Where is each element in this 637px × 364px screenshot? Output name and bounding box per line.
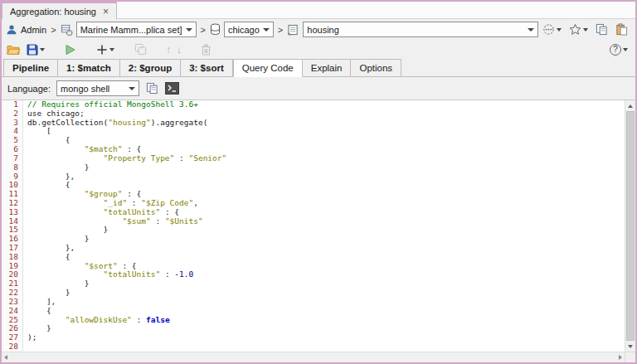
scroll-down-button[interactable] [625, 341, 635, 352]
code-line[interactable]: 17 }, [2, 244, 625, 253]
code-line[interactable]: 27); [2, 333, 625, 342]
scrollbar-thumb[interactable] [626, 111, 635, 341]
tab-3-sort[interactable]: 3: $sort [181, 59, 233, 77]
actions-toolbar: ↑ ↓ ? [2, 40, 635, 59]
code-line[interactable]: 1// Requires official MongoShell 3.6+ [2, 100, 625, 109]
query-code-editor: 1// Requires official MongoShell 3.6+2us… [2, 100, 635, 362]
help-button[interactable]: ? [609, 43, 629, 56]
database-icon [210, 23, 221, 36]
move-down-button[interactable]: ↓ [177, 44, 182, 55]
scroll-up-button[interactable] [625, 100, 635, 111]
database-dropdown[interactable]: chicago [224, 22, 274, 37]
code-line[interactable]: 8 } [2, 163, 625, 172]
doc-tab-label: Aggregation: housing [10, 7, 96, 17]
scroll-down-icon [628, 345, 633, 348]
delete-stage-button[interactable] [200, 43, 212, 56]
collection-combobox[interactable]: housing [303, 22, 538, 37]
code-line[interactable]: 25 "allowDiskUse" : false [2, 316, 625, 325]
tab-2-group[interactable]: 2: $group [120, 59, 181, 77]
chevron-down-icon [528, 28, 534, 32]
chevron-down-icon [623, 48, 628, 51]
code-line[interactable]: 4 [ [2, 127, 625, 136]
pipeline-tabbar: Pipeline1: $match2: $group3: $sortQuery … [2, 59, 635, 77]
code-line[interactable]: 26 } [2, 324, 625, 333]
actions-toolbar-right: ? [609, 43, 631, 56]
code-line[interactable]: 22 } [2, 289, 625, 298]
line-number: 3 [2, 119, 23, 128]
line-number: 6 [2, 145, 23, 154]
scroll-up-icon [628, 104, 633, 108]
code-line[interactable]: 15 } [2, 226, 625, 235]
chevron-down-icon [129, 87, 135, 90]
code-line[interactable]: 21 } [2, 279, 625, 289]
code-line[interactable]: 28 [2, 342, 625, 352]
user-label: Admin [21, 25, 46, 35]
scroll-left-icon[interactable] [4, 355, 7, 360]
code-line[interactable]: 16 } [2, 235, 625, 244]
code-line[interactable]: 20 "totalUnits" : -1.0 [2, 270, 625, 279]
tab-explain[interactable]: Explain [303, 59, 352, 77]
duplicate-stage-button[interactable] [134, 42, 148, 56]
replica-set-icon [61, 24, 73, 36]
add-stage-button[interactable] [95, 43, 115, 56]
code-lines[interactable]: 1// Requires official MongoShell 3.6+2us… [2, 100, 625, 352]
horizontal-scrollbar[interactable] [2, 352, 625, 362]
tab-aggregation-housing[interactable]: Aggregation: housing × [2, 2, 117, 19]
tab-query-code[interactable]: Query Code [233, 59, 303, 77]
code-text: ); [23, 333, 36, 342]
query-history-button[interactable] [542, 22, 562, 36]
copy-code-button[interactable] [145, 81, 159, 95]
database-dropdown-value: chicago [228, 25, 260, 35]
collection-combobox-value: housing [307, 25, 339, 35]
run-button[interactable] [64, 43, 77, 56]
line-number: 18 [2, 253, 23, 262]
scroll-right-icon[interactable] [619, 355, 622, 360]
breadcrumb-separator: > [200, 25, 207, 35]
paste-button[interactable] [615, 22, 629, 36]
connection-toolbar: Admin > Marine Mamm...plica set] > chica… [2, 19, 635, 40]
tab-1-match[interactable]: 1: $match [58, 59, 120, 77]
line-number: 2 [2, 109, 23, 119]
chevron-down-icon [186, 28, 192, 32]
connection-dropdown-value: Marine Mamm...plica set] [80, 25, 182, 35]
favorites-button[interactable] [568, 22, 589, 36]
document-tabstrip: Aggregation: housing × [2, 2, 635, 19]
open-button[interactable] [6, 43, 21, 56]
copy-button[interactable] [595, 22, 609, 36]
connection-dropdown[interactable]: Marine Mamm...plica set] [76, 22, 197, 37]
breadcrumb-separator: > [277, 25, 284, 35]
line-number: 13 [2, 208, 23, 217]
chevron-down-icon [557, 28, 562, 32]
line-number: 1 [2, 100, 23, 109]
app-window: Aggregation: housing × Admin > Marine Ma… [0, 0, 637, 364]
line-number: 24 [2, 307, 23, 316]
line-number: 28 [2, 342, 23, 352]
code-line[interactable]: 3db.getCollection("housing").aggregate( [2, 119, 625, 128]
code-line[interactable]: 23 ], [2, 298, 625, 307]
line-number: 4 [2, 127, 23, 136]
language-dropdown-value: mongo shell [61, 84, 109, 94]
user-icon [6, 24, 17, 36]
tab-options[interactable]: Options [351, 59, 401, 77]
chevron-down-icon [263, 28, 270, 32]
code-text [23, 342, 27, 352]
collection-icon [287, 24, 299, 36]
scrollbar-corner [625, 352, 635, 362]
open-in-shell-button[interactable] [165, 82, 179, 95]
line-number: 7 [2, 154, 23, 163]
language-label: Language: [7, 84, 51, 94]
breadcrumb-separator: > [50, 25, 56, 35]
code-line[interactable]: 9 }, [2, 172, 625, 182]
move-up-button[interactable]: ↑ [166, 44, 172, 55]
chevron-down-icon [109, 48, 114, 51]
code-line[interactable]: 7 "Property Type" : "Senior" [2, 154, 625, 163]
vertical-scrollbar[interactable] [625, 100, 635, 362]
chevron-down-icon [40, 48, 45, 51]
language-dropdown[interactable]: mongo shell [56, 80, 139, 96]
close-icon[interactable]: × [103, 7, 109, 17]
language-bar: Language: mongo shell [2, 77, 635, 100]
help-icon: ? [610, 44, 621, 56]
save-button[interactable] [26, 43, 46, 56]
line-number: 8 [2, 163, 23, 172]
tab-pipeline[interactable]: Pipeline [3, 59, 58, 77]
